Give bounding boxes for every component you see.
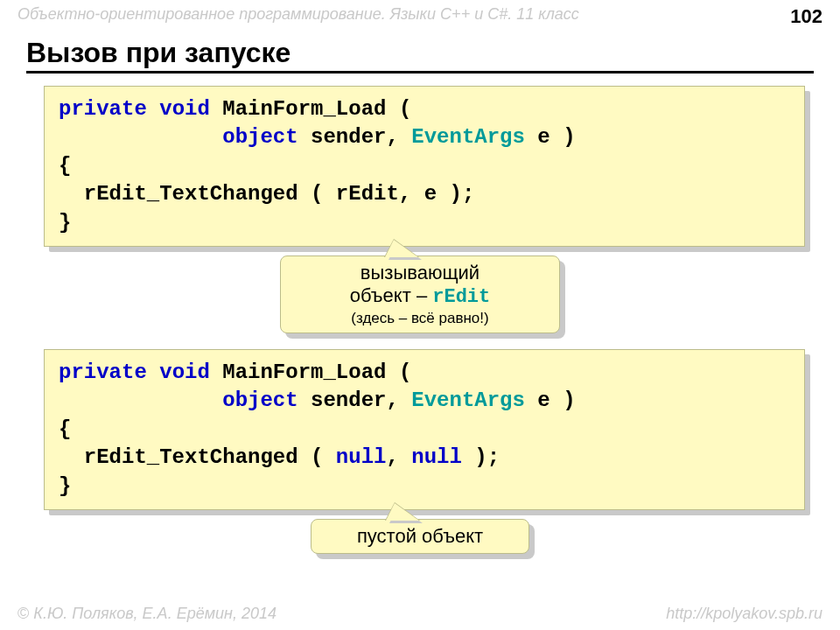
footer: © К.Ю. Поляков, Е.А. Ерёмин, 2014 http:/…: [18, 605, 822, 623]
callout-line2: объект – rEdit: [293, 284, 547, 308]
code-content-2: private void MainForm_Load ( object send…: [44, 349, 805, 510]
kw-void: void: [159, 360, 210, 384]
type-eventargs: EventArgs: [411, 388, 525, 412]
type-eventargs: EventArgs: [411, 125, 525, 149]
kw-object: object: [222, 388, 298, 412]
header: Объектно-ориентированное программировани…: [0, 0, 840, 32]
kw-private: private: [59, 360, 147, 384]
code-block-1: private void MainForm_Load ( object send…: [44, 86, 805, 247]
kw-private: private: [59, 97, 147, 121]
course-title: Объектно-ориентированное программировани…: [18, 5, 579, 24]
callout-1: вызывающий объект – rEdit (здесь – всё р…: [280, 256, 560, 333]
kw-null: null: [336, 445, 387, 469]
callout-2: пустой объект: [311, 519, 529, 554]
callout-pointer-icon: [386, 503, 419, 521]
kw-void: void: [159, 97, 210, 121]
callout-line1: вызывающий: [293, 262, 547, 284]
page-number: 102: [790, 5, 822, 28]
callout-line3: (здесь – всё равно!): [293, 310, 547, 327]
callout-code-ref: rEdit: [432, 286, 490, 308]
footer-url: http://kpolyakov.spb.ru: [666, 605, 822, 623]
kw-null: null: [411, 445, 462, 469]
copyright-icon: ©: [18, 605, 29, 622]
callout-body-2: пустой объект: [311, 519, 529, 554]
code-block-2: private void MainForm_Load ( object send…: [44, 349, 805, 510]
title-underline: [26, 71, 814, 74]
footer-authors: © К.Ю. Поляков, Е.А. Ерёмин, 2014: [18, 605, 276, 623]
callout-pointer-icon: [385, 240, 418, 257]
slide-title: Вызов при запуске: [26, 37, 814, 69]
kw-object: object: [222, 125, 298, 149]
code-content-1: private void MainForm_Load ( object send…: [44, 86, 805, 247]
callout2-text: пустой объект: [357, 525, 483, 547]
callout-body-1: вызывающий объект – rEdit (здесь – всё р…: [280, 256, 560, 333]
